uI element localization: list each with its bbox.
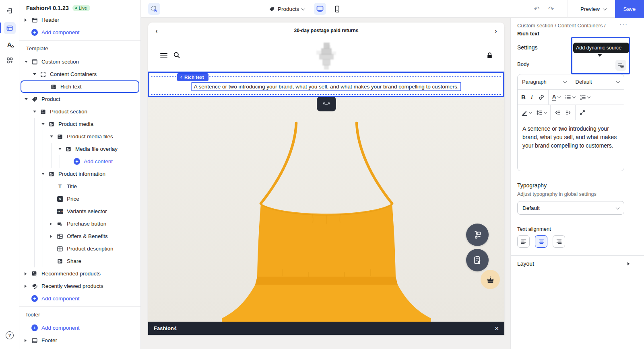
- exit-editor-icon[interactable]: [4, 5, 16, 17]
- typography-dropdown[interactable]: Default: [517, 201, 624, 215]
- italic-button[interactable]: I: [530, 94, 534, 101]
- save-button[interactable]: Save: [615, 0, 644, 18]
- link-button[interactable]: [538, 94, 545, 101]
- sidebar-item-product-section[interactable]: Product section: [19, 105, 140, 118]
- rich-text-preview-line[interactable]: A sentence or two introducing your brand…: [149, 84, 503, 90]
- tree-guide-line: [26, 130, 26, 143]
- chevron-down-icon: [557, 95, 560, 98]
- more-options-icon[interactable]: ···: [619, 20, 628, 28]
- sidebar-item-product[interactable]: Product: [19, 93, 140, 105]
- sidebar-item-price[interactable]: $Price: [19, 193, 140, 205]
- align-center-button[interactable]: [535, 235, 547, 248]
- indent-button[interactable]: [565, 109, 572, 116]
- sidebar-item-custom-section[interactable]: Custom section: [19, 55, 140, 68]
- sidebar-item-footer[interactable]: Footer: [19, 334, 140, 347]
- mobile-view-button[interactable]: [331, 3, 343, 15]
- preview-dropdown[interactable]: Preview: [575, 0, 612, 18]
- sidebar-item-rich-text[interactable]: Rich text: [21, 80, 139, 93]
- desktop-view-button[interactable]: [314, 3, 326, 15]
- redo-button[interactable]: ↷: [544, 0, 558, 18]
- sidebar-item-content-containers[interactable]: Content Containers: [19, 68, 140, 80]
- line-height-button[interactable]: [536, 109, 547, 116]
- typography-panel-icon[interactable]: A: [4, 38, 16, 50]
- crown-floating-button[interactable]: [481, 270, 500, 289]
- tree-guide-line: [26, 242, 26, 255]
- tree-caret[interactable]: [40, 173, 48, 175]
- sidebar-item-share[interactable]: Share: [19, 255, 140, 267]
- add-button-add-component[interactable]: +Add component: [19, 322, 140, 334]
- tree-caret[interactable]: [49, 235, 57, 238]
- sidebar-item-title[interactable]: TTitle: [19, 180, 140, 193]
- outdent-button[interactable]: [554, 109, 561, 116]
- sidebar-item-product-media-files[interactable]: Product media files: [19, 130, 140, 143]
- tree-caret[interactable]: [23, 285, 31, 288]
- hand-truck-floating-button[interactable]: [466, 224, 489, 246]
- theme-title: Fashion4 0.1.23: [26, 5, 69, 11]
- chevron-down-icon: [301, 6, 305, 10]
- sections-panel-icon[interactable]: [4, 22, 16, 34]
- highlight-button[interactable]: [521, 109, 532, 116]
- tree-caret[interactable]: [32, 73, 40, 75]
- help-icon[interactable]: ?: [6, 331, 14, 339]
- tree-caret[interactable]: [23, 272, 31, 275]
- body-text-input[interactable]: A sentence or two introducing your brand…: [518, 120, 624, 171]
- store-logo-blurred[interactable]: [309, 39, 344, 73]
- text-style-dropdown[interactable]: Default: [571, 74, 624, 89]
- menu-icon[interactable]: [160, 53, 167, 60]
- tree-caret[interactable]: [40, 123, 48, 125]
- sidebar-item-product-description[interactable]: Product description: [19, 242, 140, 255]
- align-left-button[interactable]: [517, 235, 530, 248]
- bold-button[interactable]: B: [521, 94, 526, 101]
- tree-caret[interactable]: [57, 148, 65, 150]
- announcement-next-icon[interactable]: ›: [490, 23, 502, 39]
- clipboard-edit-floating-button[interactable]: [466, 249, 489, 271]
- sidebar-item-product-media[interactable]: Product media: [19, 118, 140, 130]
- tree-caret[interactable]: [32, 111, 40, 113]
- add-dynamic-source-button[interactable]: [615, 60, 626, 71]
- sidebar-item-recommended-products[interactable]: Recommended products: [19, 267, 140, 280]
- sidebar-item-product-information[interactable]: Product information: [19, 168, 140, 180]
- chevron-down-icon: [603, 6, 607, 10]
- insert-section-handle[interactable]: [317, 97, 336, 111]
- tree-guide-line: [43, 155, 43, 168]
- rich-text-section-selected[interactable]: ‹Rich text A sentence or two introducing…: [148, 72, 504, 97]
- bullet-list-button[interactable]: [565, 94, 575, 101]
- tree-caret[interactable]: [49, 222, 57, 226]
- sidebar-item-recently-viewed-products[interactable]: Recently viewed products: [19, 280, 140, 292]
- undo-button[interactable]: ↶: [530, 0, 543, 18]
- search-icon[interactable]: [173, 51, 181, 61]
- tree-caret[interactable]: [23, 339, 31, 342]
- tree-caret[interactable]: [49, 135, 57, 138]
- add-button-add-component[interactable]: +Add component: [19, 26, 140, 39]
- select-tool-button[interactable]: [148, 3, 160, 15]
- tree-caret[interactable]: [23, 18, 31, 22]
- align-right-button[interactable]: [553, 235, 565, 248]
- text-color-button[interactable]: A: [552, 94, 560, 101]
- add-button-add-component[interactable]: +Add component: [19, 292, 140, 305]
- tree-guide-line: [51, 155, 52, 168]
- lock-icon[interactable]: [486, 52, 493, 61]
- live-dot-icon: [75, 7, 77, 9]
- layout-section-toggle[interactable]: Layout: [517, 261, 630, 267]
- toolbar-group: [518, 105, 550, 120]
- sidebar-item-variants-selector[interactable]: SKUVariants selector: [19, 205, 140, 218]
- apps-panel-icon[interactable]: [4, 54, 16, 66]
- page-selector-dropdown[interactable]: Products: [269, 0, 305, 18]
- add-button-add-content[interactable]: +Add content: [19, 155, 140, 168]
- paragraph-format-dropdown[interactable]: Paragraph: [518, 74, 571, 89]
- tree-caret[interactable]: [23, 98, 31, 100]
- sidebar-item-offers-benefits[interactable]: Offers & Benefits: [19, 230, 140, 242]
- close-icon[interactable]: ✕: [494, 325, 499, 332]
- sidebar-item-media-file-overlay[interactable]: Media file overlay: [19, 143, 140, 155]
- numbered-list-button[interactable]: [580, 94, 590, 101]
- section-icon: [31, 59, 38, 65]
- tree-caret[interactable]: [23, 61, 31, 63]
- card-icon: [48, 171, 55, 177]
- announcement-prev-icon[interactable]: ‹: [151, 23, 163, 39]
- tree-item-label: Offers & Benefits: [67, 233, 108, 239]
- sidebar-item-purchase-button[interactable]: Purchase button: [19, 218, 140, 230]
- rich-text-block-tag[interactable]: ‹Rich text: [177, 73, 208, 81]
- tree-guide-line: [26, 230, 26, 242]
- chevron-down-icon: [544, 110, 547, 113]
- expand-button[interactable]: [579, 109, 586, 116]
